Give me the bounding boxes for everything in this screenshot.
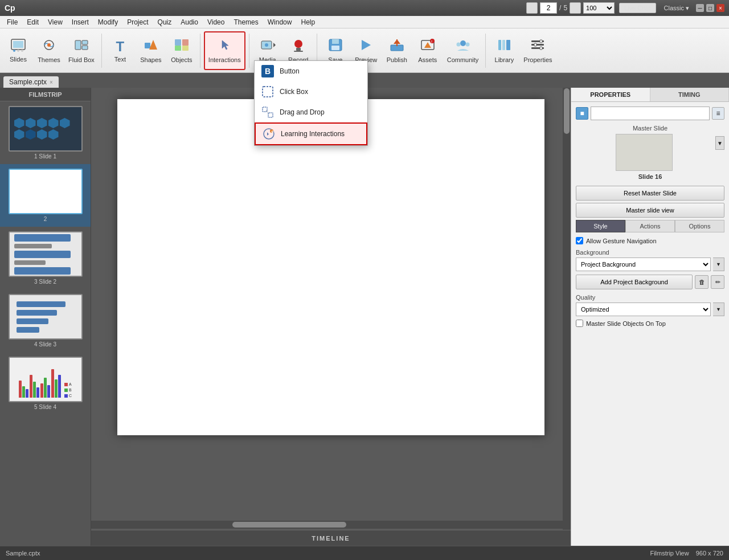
quality-dropdown-arrow[interactable]: ▼: [713, 303, 724, 316]
tab-timing[interactable]: TIMING: [650, 88, 730, 101]
menu-insert[interactable]: Insert: [67, 17, 93, 27]
menu-item-drag-drop[interactable]: Drag and Drop: [255, 102, 367, 122]
add-project-bg-button[interactable]: Add Project Background: [576, 275, 693, 289]
master-objects-checkbox[interactable]: [576, 320, 583, 327]
svg-rect-38: [506, 40, 510, 50]
menubar: File Edit View Insert Modify Project Qui…: [0, 16, 729, 28]
svg-marker-11: [149, 40, 157, 50]
toolbar-interactions[interactable]: Interactions: [204, 31, 245, 70]
gesture-nav-checkbox[interactable]: [576, 237, 583, 244]
background-dropdown[interactable]: Project Background None Custom: [576, 257, 711, 271]
menu-item-learning-interactions[interactable]: ⚙ Learning Interactions: [255, 122, 367, 145]
objects-label: Objects: [171, 56, 192, 63]
horizontal-scrollbar[interactable]: [91, 521, 563, 529]
library-icon: [496, 38, 512, 55]
prev-arrow[interactable]: ◀: [526, 2, 538, 14]
svg-rect-45: [263, 87, 273, 97]
learning-interactions-icon: ⚙: [263, 128, 275, 140]
svg-rect-44: [540, 47, 542, 50]
toolbar-slides[interactable]: Slides: [3, 31, 33, 70]
svg-point-33: [460, 40, 466, 46]
click-box-item-label: Click Box: [280, 88, 308, 96]
theme-selector[interactable]: Classic▾: [664, 5, 689, 12]
file-tab[interactable]: Sample.cptx ×: [3, 76, 59, 88]
themes-icon: [41, 38, 57, 55]
tab-properties[interactable]: PROPERTIES: [571, 88, 650, 101]
menu-item-button[interactable]: B Button: [255, 61, 367, 81]
panel-search-input[interactable]: [591, 107, 710, 120]
tab-options[interactable]: Options: [675, 220, 724, 232]
svg-rect-13: [182, 39, 189, 46]
minimize-button[interactable]: ─: [696, 4, 704, 12]
menu-video[interactable]: Video: [203, 17, 229, 27]
toolbar-publish[interactable]: Publish: [382, 31, 412, 70]
panel-list-icon[interactable]: ≡: [712, 107, 724, 120]
master-objects-label: Master Slide Objects On Top: [586, 320, 666, 327]
toolbar-library[interactable]: Library: [489, 31, 519, 70]
menu-item-click-box[interactable]: Click Box: [255, 81, 367, 102]
separator-1: [101, 34, 102, 68]
community-label: Community: [447, 56, 479, 63]
gesture-nav-label: Allow Gesture Navigation: [586, 238, 657, 244]
scrollbar-thumb-v[interactable]: [564, 88, 570, 134]
zoom-select[interactable]: 100 75 50 150: [583, 2, 615, 14]
scrollbar-thumb-h[interactable]: [232, 522, 346, 528]
filmstrip-slide-5[interactable]: A B C 5 Slide 4: [0, 352, 91, 415]
master-slide-preview: [616, 134, 673, 171]
tab-actions[interactable]: Actions: [625, 220, 675, 232]
master-slide-view-button[interactable]: Master slide view: [576, 203, 724, 218]
quality-dropdown-row: Optimized High Quality Low ▼: [576, 303, 724, 316]
next-arrow[interactable]: ▶: [570, 2, 581, 14]
tab-close-icon[interactable]: ×: [50, 79, 53, 85]
assets-label: Assets: [418, 56, 437, 63]
live-chat-button[interactable]: Live Chat: [619, 3, 656, 13]
background-dropdown-arrow[interactable]: ▼: [713, 257, 724, 271]
svg-marker-25: [362, 40, 371, 50]
menu-audio[interactable]: Audio: [176, 17, 203, 27]
menu-quiz[interactable]: Quiz: [153, 17, 177, 27]
close-button[interactable]: ×: [716, 4, 724, 12]
panel-square-btn[interactable]: ■: [576, 107, 588, 120]
objects-icon: [174, 38, 190, 55]
delete-bg-icon[interactable]: 🗑: [695, 275, 708, 289]
toolbar-objects[interactable]: Objects: [167, 31, 196, 70]
tab-style[interactable]: Style: [576, 220, 625, 232]
menu-modify[interactable]: Modify: [93, 17, 122, 27]
svg-rect-20: [296, 48, 301, 51]
toolbar-themes[interactable]: Themes: [34, 31, 64, 70]
menu-edit[interactable]: Edit: [22, 17, 43, 27]
svg-point-6: [47, 43, 51, 47]
svg-rect-40: [531, 44, 544, 46]
toolbar-properties[interactable]: Properties: [520, 31, 555, 70]
menu-view[interactable]: View: [43, 17, 67, 27]
media-icon: [260, 38, 276, 55]
filmstrip-slide-1[interactable]: 1 Slide 1: [0, 101, 91, 164]
drag-drop-item-icon: [261, 106, 274, 118]
filmstrip-slide-2[interactable]: 2: [0, 164, 91, 227]
filmstrip-slide-4[interactable]: 4 Slide 3: [0, 289, 91, 352]
master-slide-arrow[interactable]: ▼: [715, 136, 724, 150]
toolbar-fluid-box[interactable]: Fluid Box: [65, 31, 98, 70]
reset-master-slide-button[interactable]: Reset Master Slide: [576, 186, 724, 201]
filmstrip-slide-3[interactable]: 3 Slide 2: [0, 227, 91, 289]
menu-window[interactable]: Window: [263, 17, 297, 27]
assets-icon: !: [420, 38, 436, 55]
menu-help[interactable]: Help: [296, 17, 320, 27]
menu-file[interactable]: File: [2, 17, 22, 27]
quality-dropdown[interactable]: Optimized High Quality Low: [576, 303, 711, 316]
slide-3-label: 3 Slide 2: [34, 279, 56, 285]
svg-point-19: [294, 40, 302, 48]
toolbar-text[interactable]: T Text: [105, 31, 135, 70]
svg-rect-21: [294, 51, 303, 52]
menu-project[interactable]: Project: [122, 17, 153, 27]
maximize-button[interactable]: □: [706, 4, 714, 12]
toolbar-community[interactable]: Community: [444, 31, 482, 70]
page-input[interactable]: [540, 2, 557, 14]
edit-bg-icon[interactable]: ✏: [711, 275, 724, 289]
toolbar-assets[interactable]: ! Assets: [413, 31, 443, 70]
menu-themes[interactable]: Themes: [229, 17, 263, 27]
toolbar-shapes[interactable]: Shapes: [136, 31, 166, 70]
vertical-scrollbar[interactable]: [563, 88, 571, 546]
master-objects-row: Master Slide Objects On Top: [576, 320, 724, 327]
svg-point-2: [13, 50, 15, 52]
